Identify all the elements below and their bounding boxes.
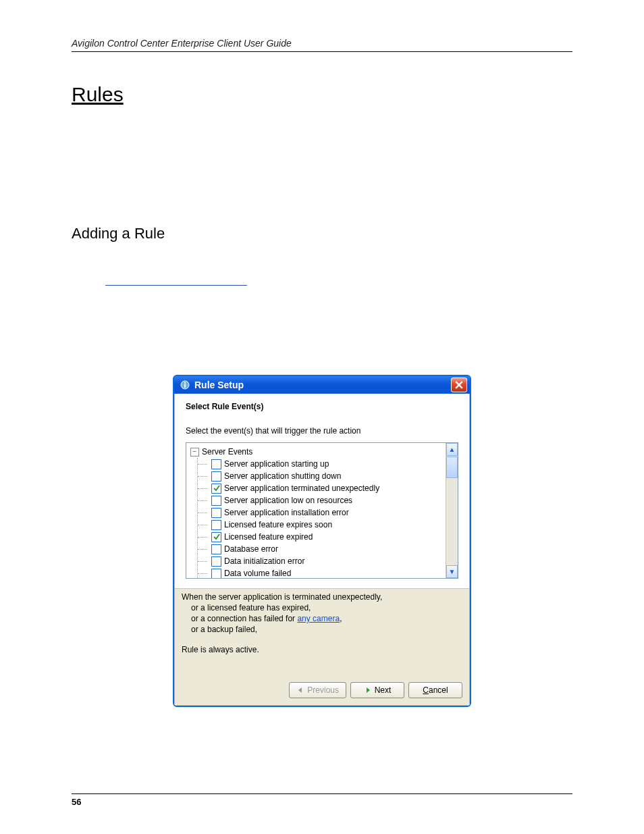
cancel-button[interactable]: Cancel (408, 682, 462, 698)
step-2: Click Rules. (103, 293, 572, 309)
scroll-track[interactable] (446, 478, 458, 565)
intro-paragraph-1: Rules allow you to trigger specific acti… (72, 134, 572, 165)
scrollbar[interactable]: ▲ ▼ (446, 443, 458, 578)
scroll-thumb[interactable] (446, 457, 458, 478)
step-1: Right-click a server in the System Explo… (103, 261, 572, 278)
rule-line-1: When the server application is terminate… (182, 592, 462, 602)
rule-line-4: or a backup failed, (182, 624, 462, 635)
checkbox[interactable] (211, 484, 221, 494)
scroll-up-icon[interactable]: ▲ (446, 443, 458, 456)
tree-item-label: Server application starting up (224, 458, 329, 470)
event-tree: − Server Events Server application start… (186, 442, 458, 579)
link-accessing-server-setup[interactable] (105, 285, 247, 286)
page-number: 56 (72, 793, 572, 807)
intro-paragraph-2: If the default notification options are … (72, 180, 572, 210)
page: Avigilon Control Center Enterprise Clien… (0, 0, 644, 834)
checkbox[interactable] (211, 496, 221, 506)
numbered-steps: Right-click a server in the System Explo… (72, 261, 572, 358)
window-title: Rule Setup (194, 380, 447, 390)
checkbox[interactable] (211, 532, 221, 542)
step-3: In the Rules dialog box, click Add. (103, 309, 572, 325)
rule-line-3: or a connection has failed for any camer… (182, 613, 462, 624)
svg-rect-1 (184, 382, 186, 384)
checkbox[interactable] (211, 459, 221, 469)
tree-item-label: Licensed feature expires soon (224, 519, 332, 531)
tree-item-label: Data volume failed (224, 567, 291, 579)
tree-item[interactable]: Server application terminated unexpected… (198, 482, 443, 494)
tree-item[interactable]: Licensed feature expired (198, 531, 443, 543)
checkbox[interactable] (211, 520, 221, 530)
previous-button[interactable]: Previous (289, 682, 346, 698)
running-header: Avigilon Control Center Enterprise Clien… (72, 38, 572, 52)
tree-item-label: Licensed feature expired (224, 531, 313, 543)
arrow-right-icon (364, 686, 372, 694)
step-4: Select the events that will trigger the … (103, 325, 572, 358)
tree-item[interactable]: Server application starting up (198, 458, 443, 470)
tree-item[interactable]: Data volume failed (198, 567, 443, 579)
tree-item[interactable]: Data initialization error (198, 555, 443, 567)
scroll-down-icon[interactable]: ▼ (446, 565, 458, 578)
next-button[interactable]: Next (350, 682, 404, 698)
tree-item-label: Data initialization error (224, 555, 304, 567)
rule-description: When the server application is terminate… (175, 588, 469, 662)
checkbox[interactable] (211, 544, 221, 554)
tree-item-label: Server application terminated unexpected… (224, 482, 379, 494)
checkbox[interactable] (211, 569, 221, 579)
checkbox[interactable] (211, 508, 221, 518)
tree-item[interactable]: Database error (198, 543, 443, 555)
close-button[interactable] (451, 377, 467, 392)
titlebar[interactable]: Rule Setup (174, 376, 470, 394)
window-body: Select Rule Event(s) Select the event(s)… (174, 394, 470, 706)
tree-item-label: Database error (224, 543, 278, 555)
app-icon (180, 380, 190, 390)
heading-adding-a-rule: Adding a Rule (72, 225, 572, 242)
tree-root-label: Server Events (202, 446, 252, 458)
section-title: Select Rule Event(s) (186, 402, 458, 411)
rule-line-2: or a licensed feature has expired, (182, 602, 462, 613)
expander-minus-icon[interactable]: − (190, 448, 199, 457)
tree-item[interactable]: Server application installation error (198, 506, 443, 519)
any-camera-link[interactable]: any camera (297, 614, 340, 623)
tree-item-label: Server application low on resources (224, 494, 352, 506)
tree-item-label: Server application installation error (224, 506, 349, 519)
heading-rules: Rules (72, 83, 572, 106)
step-1-link: See Accessing the Server Setup for more … (103, 277, 572, 293)
checkbox[interactable] (211, 556, 221, 567)
rule-line-5: Rule is always active. (182, 644, 462, 655)
tree-item[interactable]: Licensed feature expires soon (198, 519, 443, 531)
button-bar: Previous Next Cancel (175, 662, 469, 705)
svg-rect-2 (184, 384, 186, 388)
tree-root[interactable]: − Server Events (190, 446, 443, 458)
rule-setup-window: Rule Setup Select Rule Event(s) Select t… (173, 375, 471, 707)
tree-item-label: Server application shutting down (224, 470, 341, 482)
arrow-left-icon (296, 686, 304, 694)
section-subtitle: Select the event(s) that will trigger th… (186, 426, 458, 436)
tree-item[interactable]: Server application shutting down (198, 470, 443, 482)
tree-item[interactable]: Server application low on resources (198, 494, 443, 506)
checkbox[interactable] (211, 471, 221, 481)
